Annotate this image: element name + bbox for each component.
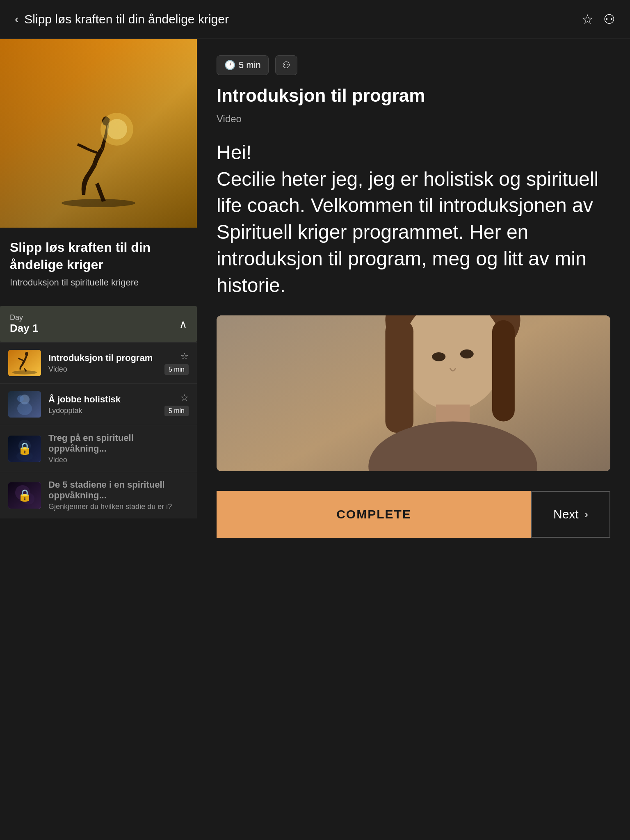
lesson-list: Introduksjon til program Video ☆ 5 min <box>0 342 197 518</box>
chevron-up-icon: ∧ <box>179 318 187 331</box>
lesson-title-1: Introduksjon til program <box>48 353 157 363</box>
lesson-info-2: Å jobbe holistisk Lydopptak <box>48 394 157 415</box>
lesson-type-3: Video <box>48 456 181 464</box>
program-subtitle: Introduksjon til spirituelle krigere <box>10 277 187 288</box>
complete-button[interactable]: COMPLETE <box>217 491 531 538</box>
lesson-item[interactable]: Å jobbe holistisk Lydopptak ☆ 5 min <box>0 383 197 425</box>
day-label-group: Day Day 1 <box>10 313 38 335</box>
bottom-bar: COMPLETE Next › <box>217 491 610 538</box>
day-name: Day 1 <box>10 322 38 335</box>
lesson-info-4: De 5 stadiene i en spirituell oppvåkning… <box>48 479 181 511</box>
lesson-thumb-4: 🔒 <box>8 482 41 509</box>
svg-rect-21 <box>385 320 413 432</box>
next-button[interactable]: Next › <box>531 491 610 538</box>
lock-icon-3: 🔒 <box>18 442 32 455</box>
svg-point-10 <box>17 395 24 402</box>
header-right: ☆ ⚇ <box>582 11 615 27</box>
header-title: Slipp løs kraften til din åndelige krige… <box>24 12 229 26</box>
left-panel: Slipp løs kraften til din åndelige krige… <box>0 39 197 554</box>
content-title: Introduksjon til program <box>217 85 610 107</box>
lock-icon-4: 🔒 <box>18 488 32 502</box>
lesson-right-1: ☆ 5 min <box>164 351 189 375</box>
lesson-bookmark-1[interactable]: ☆ <box>180 351 189 362</box>
meta-row: 🕐 5 min ⚇ <box>217 55 610 75</box>
lock-overlay-4: 🔒 <box>8 482 41 509</box>
lesson-title-3: Treg på en spirituell oppvåkning... <box>48 433 181 454</box>
duration-badge: 🕐 5 min <box>217 55 269 75</box>
content-type: Video <box>217 113 610 125</box>
lesson-duration-2: 5 min <box>164 406 189 416</box>
lesson-info-1: Introduksjon til program Video <box>48 353 157 374</box>
svg-point-5 <box>12 370 37 374</box>
lesson-title-2: Å jobbe holistisk <box>48 394 157 405</box>
header: ‹ Slipp løs kraften til din åndelige kri… <box>0 0 630 39</box>
link-icon[interactable]: ⚇ <box>603 11 615 27</box>
bookmark-icon[interactable]: ☆ <box>582 11 593 27</box>
day-accordion: Day Day 1 ∧ <box>0 306 197 342</box>
next-label: Next <box>553 507 579 521</box>
link-badge[interactable]: ⚇ <box>275 55 297 75</box>
lesson-bookmark-2[interactable]: ☆ <box>180 393 189 403</box>
hero-image <box>0 39 197 228</box>
lesson-type-4: Gjenkjenner du hvilken stadie du er i? <box>48 502 181 511</box>
svg-point-26 <box>460 349 474 358</box>
lesson-item[interactable]: 🔒 De 5 stadiene i en spirituell oppvåkni… <box>0 472 197 518</box>
lesson-type-1: Video <box>48 365 157 374</box>
main-layout: Slipp løs kraften til din åndelige krige… <box>0 39 630 554</box>
svg-point-9 <box>17 402 32 415</box>
video-preview[interactable] <box>217 315 610 471</box>
content-description: Hei! Cecilie heter jeg, jeg er holistisk… <box>217 139 610 299</box>
svg-point-0 <box>62 199 135 207</box>
lock-overlay-3: 🔒 <box>8 436 41 462</box>
content-below-hero: Slipp løs kraften til din åndelige krige… <box>0 228 197 306</box>
lesson-right-2: ☆ 5 min <box>164 393 189 416</box>
lesson-info-3: Treg på en spirituell oppvåkning... Vide… <box>48 433 181 464</box>
lesson-item[interactable]: Introduksjon til program Video ☆ 5 min <box>0 342 197 383</box>
lesson-title-4: De 5 stadiene i en spirituell oppvåkning… <box>48 479 181 501</box>
lesson-thumb-1 <box>8 350 41 376</box>
header-left: ‹ Slipp løs kraften til din åndelige kri… <box>15 12 229 26</box>
video-face <box>217 315 610 471</box>
next-arrow-icon: › <box>584 508 588 521</box>
right-panel: 🕐 5 min ⚇ Introduksjon til program Video… <box>197 39 630 554</box>
lesson-duration-1: 5 min <box>164 364 189 375</box>
day-label: Day <box>10 313 38 322</box>
hero-silhouette <box>57 105 139 211</box>
svg-point-3 <box>107 119 127 139</box>
lesson-item[interactable]: 🔒 Treg på en spirituell oppvåkning... Vi… <box>0 425 197 472</box>
lesson-thumb-3: 🔒 <box>8 436 41 462</box>
back-button[interactable]: ‹ <box>15 13 18 26</box>
day-header[interactable]: Day Day 1 ∧ <box>0 306 197 342</box>
program-title: Slipp løs kraften til din åndelige krige… <box>10 239 187 273</box>
svg-point-25 <box>432 352 445 361</box>
lesson-thumb-2 <box>8 391 41 418</box>
svg-point-6 <box>25 352 28 356</box>
duration-text: 5 min <box>239 60 261 71</box>
clock-icon: 🕐 <box>224 60 235 71</box>
lesson-type-2: Lydopptak <box>48 406 157 415</box>
svg-rect-22 <box>492 320 515 421</box>
